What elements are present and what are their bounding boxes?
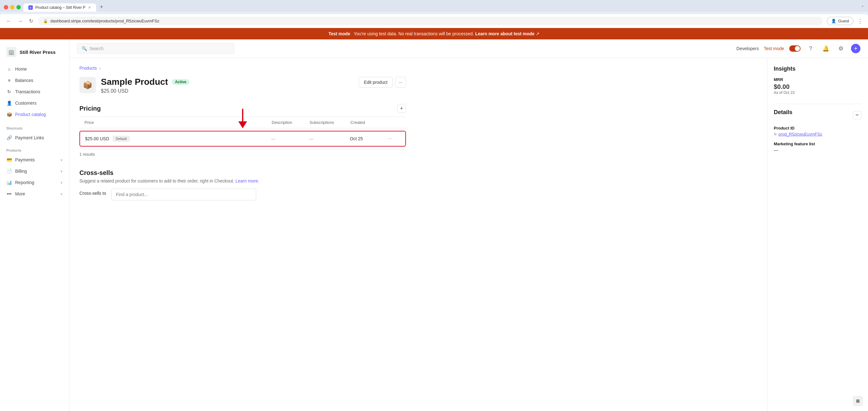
user-button[interactable]: 👤 Guest xyxy=(827,17,854,25)
sidebar-item-billing[interactable]: 📄 Billing ∨ xyxy=(0,165,69,177)
sidebar-item-transactions[interactable]: ↻ Transactions xyxy=(0,86,69,97)
back-button[interactable]: ← xyxy=(5,17,12,25)
price-cell: $25.00 USD Default xyxy=(85,136,271,141)
balances-icon: ≡ xyxy=(6,77,12,83)
status-badge: Active xyxy=(172,79,189,85)
payment-links-icon: 🔗 xyxy=(6,135,12,140)
product-price: $25.00 USD xyxy=(101,88,189,94)
notifications-button[interactable]: 🔔 xyxy=(821,43,831,54)
add-price-button[interactable]: + xyxy=(397,104,406,113)
browser-more-button[interactable]: ⋮ xyxy=(857,18,863,25)
user-label: Guest xyxy=(838,19,849,23)
main-content: Products › 📦 Sample Product Active $25.0… xyxy=(69,58,767,411)
sidebar-item-payment-links-label: Payment Links xyxy=(15,135,44,140)
topbar: 🔍 Search Developers Test mode ? 🔔 ⚙ + xyxy=(69,39,868,58)
mrr-date: As of Oct 23 xyxy=(774,91,862,95)
product-id-link[interactable]: prod_R5zicwuEuvmFSz xyxy=(778,132,822,136)
layout-icon-button[interactable]: ⊞ xyxy=(853,396,863,406)
subscriptions-column-header: Subscriptions xyxy=(310,120,350,125)
product-more-button[interactable]: ··· xyxy=(395,77,406,88)
product-icon: 📦 xyxy=(80,77,96,93)
product-header: 📦 Sample Product Active $25.00 USD Edit … xyxy=(80,77,406,94)
developers-link[interactable]: Developers xyxy=(737,46,759,51)
sidebar-item-balances[interactable]: ≡ Balances xyxy=(0,75,69,86)
row-more-button[interactable]: ··· xyxy=(388,136,400,141)
sidebar-item-reporting[interactable]: 📊 Reporting ∨ xyxy=(0,177,69,188)
product-info: Sample Product Active $25.00 USD xyxy=(101,77,189,94)
settings-button[interactable]: ⚙ xyxy=(836,43,846,54)
search-bar[interactable]: 🔍 Search xyxy=(77,43,235,54)
sidebar-item-balances-label: Balances xyxy=(15,78,33,83)
sidebar-item-reporting-label: Reporting xyxy=(15,180,34,185)
search-icon: 🔍 xyxy=(82,46,87,51)
details-section: Details ✏ Product ID ⊞ prod_R5zicwuEuvmF… xyxy=(774,109,862,153)
tab-close-button[interactable]: ✕ xyxy=(88,5,91,10)
minimize-traffic-light[interactable] xyxy=(10,5,14,9)
sidebar-item-payments-label: Payments xyxy=(15,157,35,162)
product-id-icon: ⊞ xyxy=(774,132,777,136)
billing-chevron-icon: ∨ xyxy=(60,169,63,173)
sidebar: 🏢 Still River Press ⌂ Home ≡ Balances ↻ … xyxy=(0,39,69,411)
maximize-traffic-light[interactable] xyxy=(17,5,21,9)
sidebar-item-customers[interactable]: 👤 Customers xyxy=(0,97,69,109)
sidebar-item-more-label: More xyxy=(15,191,25,196)
description-cell: — xyxy=(271,136,309,141)
breadcrumb-separator: › xyxy=(99,66,101,71)
pricing-title: Pricing xyxy=(80,105,101,112)
new-tab-button[interactable]: + xyxy=(97,2,106,12)
test-mode-label: Test mode xyxy=(764,46,784,51)
sidebar-item-payments[interactable]: 💳 Payments ∨ xyxy=(0,154,69,165)
billing-icon: 📄 xyxy=(6,168,12,174)
product-catalog-icon: 📦 xyxy=(6,112,12,117)
forward-button[interactable]: → xyxy=(17,17,24,25)
sidebar-item-billing-label: Billing xyxy=(15,169,27,174)
breadcrumb: Products › xyxy=(80,66,406,71)
tab-favicon: S xyxy=(28,5,33,10)
test-mode-learn-more-link[interactable]: Learn more about test mode xyxy=(475,31,534,36)
customers-icon: 👤 xyxy=(6,100,12,106)
more-chevron-icon: ∨ xyxy=(60,192,63,196)
details-edit-button[interactable]: ✏ xyxy=(853,111,862,119)
sidebar-item-product-catalog[interactable]: 📦 Product catalog xyxy=(0,109,69,120)
marketing-feature-value: — xyxy=(774,148,862,153)
sidebar-brand: 🏢 Still River Press xyxy=(0,44,69,62)
active-tab[interactable]: S Product catalog – Still River P ✕ xyxy=(23,3,96,12)
brand-icon: 🏢 xyxy=(6,47,17,57)
url-text: dashboard.stripe.com/test/products/prod_… xyxy=(51,19,159,23)
tab-title: Product catalog – Still River P xyxy=(35,5,85,10)
toggle-knob xyxy=(795,46,800,51)
search-placeholder: Search xyxy=(90,46,103,51)
refresh-button[interactable]: ↻ xyxy=(28,17,34,25)
transactions-icon: ↻ xyxy=(6,89,12,95)
add-button[interactable]: + xyxy=(851,44,861,53)
layout-icon: ⊞ xyxy=(856,399,860,404)
cross-sells-learn-more-link[interactable]: Learn more. xyxy=(236,179,259,184)
address-bar[interactable]: 🔒 dashboard.stripe.com/test/products/pro… xyxy=(38,17,823,25)
close-traffic-light[interactable] xyxy=(4,5,8,9)
mrr-value: $0.00 xyxy=(774,83,862,91)
sidebar-item-transactions-label: Transactions xyxy=(15,89,40,94)
cross-sells-section: Cross-sells Suggest a related product fo… xyxy=(80,169,406,200)
payments-chevron-icon: ∨ xyxy=(60,158,63,162)
find-product-input[interactable] xyxy=(111,188,256,200)
sidebar-item-more[interactable]: ••• More ∨ xyxy=(0,188,69,199)
more-icon: ••• xyxy=(6,191,12,197)
help-button[interactable]: ? xyxy=(806,43,816,54)
results-count: 1 results xyxy=(80,149,406,159)
product-id-label: Product ID xyxy=(774,126,862,130)
test-mode-toggle[interactable] xyxy=(789,45,801,52)
product-name: Sample Product Active xyxy=(101,77,189,87)
products-section-label: Products xyxy=(0,144,69,154)
sidebar-item-home[interactable]: ⌂ Home xyxy=(0,63,69,75)
breadcrumb-products-link[interactable]: Products xyxy=(80,66,97,71)
cross-sells-title: Cross-sells xyxy=(80,169,406,177)
browser-expand-button[interactable]: ⌃ xyxy=(861,5,864,9)
right-panel: Insights MRR $0.00 As of Oct 23 Details … xyxy=(767,58,868,411)
sidebar-item-payment-links[interactable]: 🔗 Payment Links xyxy=(0,132,69,144)
description-column-header: Description xyxy=(272,120,310,125)
topbar-right: Developers Test mode ? 🔔 ⚙ + xyxy=(737,43,861,54)
edit-product-button[interactable]: Edit product xyxy=(359,77,393,88)
product-actions: Edit product ··· xyxy=(359,77,406,88)
pricing-table: Price Description Subscriptions Created xyxy=(80,117,406,159)
details-title: Details xyxy=(774,109,793,116)
